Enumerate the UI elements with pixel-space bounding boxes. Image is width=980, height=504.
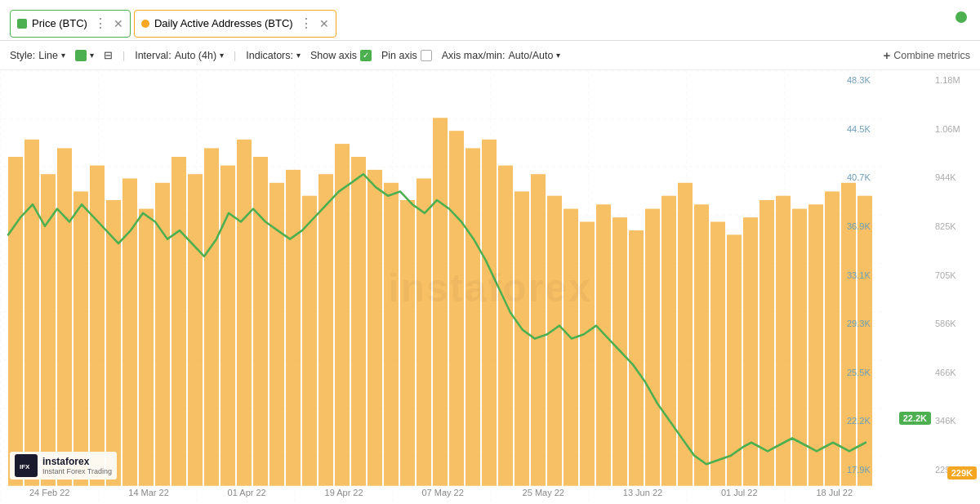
toolbar: Style: Line ▾ ▾ ⊟ | Interval: Auto (4h) … [0,41,980,70]
style-chevron: ▾ [61,51,65,60]
y-right-5: 586K [935,319,973,328]
svg-rect-16 [253,157,268,486]
logo-brand: instaforex [42,456,112,467]
addr-color-dot [141,20,149,28]
style-value: Line [38,50,58,61]
show-axis-checkbox[interactable]: ✓ [360,50,372,61]
svg-rect-17 [270,183,284,486]
svg-rect-24 [384,183,399,486]
plus-icon: + [883,48,890,62]
y-left-7: 22.2K [847,416,885,426]
x-label-8: 18 Jul 22 [816,488,853,497]
x-label-4: 07 May 22 [421,488,463,497]
logo-icon: IFX [15,454,38,477]
svg-rect-44 [710,221,725,485]
svg-rect-26 [416,178,431,485]
chart-container: Price (BTC) ⋮ ✕ Daily Active Addresses (… [0,0,980,504]
svg-rect-37 [596,204,611,485]
combine-metrics-button[interactable]: + Combine metrics [883,48,970,62]
svg-rect-45 [727,234,742,485]
svg-rect-11 [172,157,186,486]
y-right-0: 1.18M [935,75,973,85]
x-label-2: 01 Apr 22 [228,488,266,497]
combine-label: Combine metrics [893,50,970,61]
pin-axis-checkbox[interactable] [421,50,432,61]
chart-area: 48.3K 44.5K 40.7K 36.9K 33.1K 29.3K 25.5… [0,70,980,504]
pin-axis-label: Pin axis [381,50,417,61]
tabs-bar: Price (BTC) ⋮ ✕ Daily Active Addresses (… [0,0,980,41]
indicators-chevron: ▾ [296,51,301,60]
svg-rect-36 [580,221,595,485]
x-label-7: 01 Jul 22 [721,488,758,497]
sep2: | [234,50,236,61]
svg-rect-6 [90,166,105,486]
axis-maxmin-chevron: ▾ [556,51,560,60]
svg-rect-34 [547,196,562,486]
price-current-badge: 22.2K [899,412,931,425]
y-left-1: 44.5K [847,124,885,134]
x-label-0: 24 Feb 22 [29,488,70,497]
price-tab-dots[interactable]: ⋮ [94,16,107,31]
axis-maxmin-selector[interactable]: Axis max/min: Auto/Auto ▾ [442,50,561,61]
svg-rect-13 [204,148,219,485]
sep1: | [122,50,125,61]
y-left-0: 48.3K [847,75,885,85]
svg-rect-19 [302,196,317,486]
axis-maxmin-label: Axis max/min: [442,50,506,61]
svg-rect-23 [368,170,382,486]
svg-rect-41 [662,196,676,486]
svg-rect-33 [531,174,546,486]
x-label-5: 25 May 22 [523,488,564,497]
y-right-6: 466K [935,368,973,377]
tab-daily-active[interactable]: Daily Active Addresses (BTC) ⋮ ✕ [134,10,336,38]
indicators-selector[interactable]: Indicators: ▾ [246,50,301,61]
addr-tab-close[interactable]: ✕ [319,17,329,30]
svg-rect-21 [335,144,350,486]
addr-tab-dots[interactable]: ⋮ [300,16,313,31]
svg-rect-35 [564,209,578,486]
y-left-8: 17.9K [847,465,885,475]
x-label-1: 14 Mar 22 [128,488,169,497]
y-left-5: 29.3K [847,319,885,328]
svg-rect-42 [678,183,693,486]
tab-price-btc[interactable]: Price (BTC) ⋮ ✕ [10,10,131,38]
svg-rect-12 [188,174,203,486]
chart-type-selector[interactable]: ⊟ [104,49,113,61]
svg-rect-30 [482,140,497,486]
svg-rect-4 [57,148,72,485]
svg-rect-15 [237,140,252,486]
pin-axis-toggle[interactable]: Pin axis [381,50,432,61]
x-label-3: 19 Apr 22 [325,488,363,497]
color-chevron: ▾ [90,51,94,60]
svg-rect-28 [449,131,464,486]
svg-rect-27 [433,118,448,485]
tab-price-label: Price (BTC) [32,17,87,29]
svg-rect-31 [498,166,513,486]
svg-rect-1 [8,157,23,486]
y-right-4: 705K [935,270,973,280]
svg-text:IFX: IFX [20,463,30,471]
axis-maxmin-value: Auto/Auto [509,50,554,61]
y-left-6: 25.5K [847,368,885,377]
x-label-6: 13 Jun 22 [623,488,662,497]
y-right-2: 944K [935,172,973,182]
color-swatch [75,50,87,61]
color-picker[interactable]: ▾ [75,50,94,61]
style-selector[interactable]: Style: Line ▾ [10,50,65,61]
svg-rect-40 [645,209,660,486]
y-left-2: 40.7K [847,172,885,182]
show-axis-toggle[interactable]: Show axis ✓ [310,50,372,61]
interval-selector[interactable]: Interval: Auto (4h) ▾ [135,50,224,61]
price-tab-close[interactable]: ✕ [114,17,123,30]
instaforex-logo: IFX instaforex Instant Forex Trading [10,452,117,479]
svg-rect-50 [808,204,823,485]
svg-rect-2 [24,140,39,486]
x-axis: 24 Feb 22 14 Mar 22 01 Apr 22 19 Apr 22 … [0,481,882,504]
y-right-7: 346K [935,416,973,426]
style-label: Style: [10,50,35,61]
y-axis-left: 48.3K 44.5K 40.7K 36.9K 33.1K 29.3K 25.5… [844,70,889,479]
svg-rect-25 [400,200,415,486]
svg-rect-29 [466,148,480,485]
logo-text-block: instaforex Instant Forex Trading [42,456,112,475]
y-left-3: 36.9K [847,221,885,231]
